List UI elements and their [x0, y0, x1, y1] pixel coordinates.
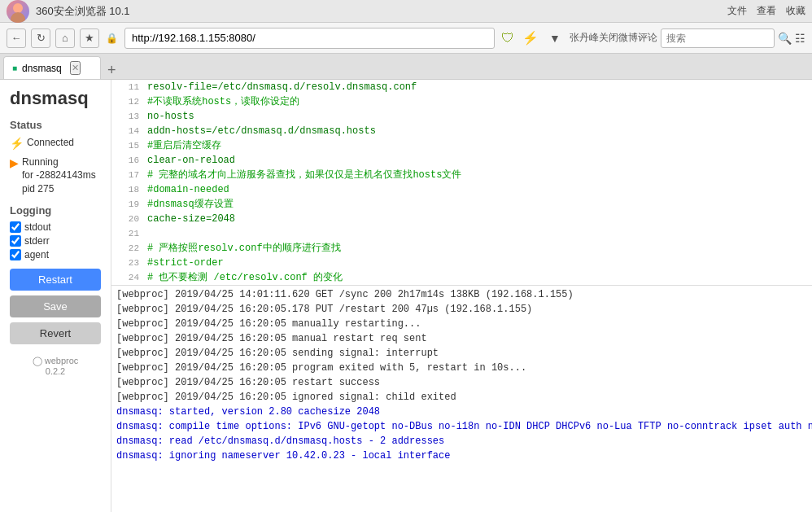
browser-toolbar: ← ↻ ⌂ ★ 🔒 🛡 ⚡ ▼ 张丹峰关闭微博评论 🔍 ☷ — [0, 23, 812, 54]
line-content: #dnsmasq缓存设置 — [147, 197, 234, 212]
log-line: [webproc] 2019/04/25 16:20:05 restart su… — [116, 375, 807, 390]
address-bar[interactable] — [124, 28, 495, 49]
app-title: dnsmasq — [10, 88, 101, 109]
line-content: cache-size=2048 — [147, 212, 235, 226]
search-input[interactable] — [661, 28, 775, 48]
config-line: 11resolv-file=/etc/dnsmasq.d/resolv.dnsm… — [111, 80, 812, 94]
line-content: #strict-order — [147, 256, 224, 270]
line-content: # 严格按照resolv.conf中的顺序进行查找 — [147, 241, 341, 256]
config-line: 17# 完整的域名才向上游服务器查找，如果仅仅是主机名仅查找hosts文件 — [111, 168, 812, 182]
main-content: dnsmasq Status ⚡ Connected ▶ Running for… — [0, 80, 812, 512]
menu-favorites[interactable]: 收藏 — [786, 4, 805, 18]
content-area: 11resolv-file=/etc/dnsmasq.d/resolv.dnsm… — [111, 80, 812, 512]
stdout-checkbox[interactable] — [10, 221, 21, 233]
lightning-icon: ⚡ — [522, 30, 539, 46]
logging-agent: agent — [10, 249, 101, 260]
home-button[interactable]: ⌂ — [55, 28, 75, 48]
revert-button[interactable]: Revert — [10, 322, 101, 344]
config-line: 22# 严格按照resolv.conf中的顺序进行查找 — [111, 241, 812, 256]
line-content: addn-hosts=/etc/dnsmasq.d/dnsmasq.hosts — [147, 124, 376, 138]
log-line: [webproc] 2019/04/25 16:20:05 sending si… — [116, 346, 807, 361]
search-icon[interactable]: 🔍 — [778, 32, 792, 45]
config-line: 20cache-size=2048 — [111, 212, 812, 226]
config-line: 14addn-hosts=/etc/dnsmasq.d/dnsmasq.host… — [111, 124, 812, 138]
line-number: 16 — [116, 153, 139, 168]
webproc-version: 0.2.2 — [10, 366, 101, 376]
line-content: #不读取系统hosts，读取你设定的 — [147, 94, 299, 109]
star-button[interactable]: ★ — [80, 28, 99, 48]
config-editor[interactable]: 11resolv-file=/etc/dnsmasq.d/resolv.dnsm… — [111, 80, 812, 286]
line-number: 20 — [116, 212, 139, 226]
line-number: 17 — [116, 168, 139, 182]
running-for-text: for -28824143ms — [22, 168, 96, 182]
sidebar: dnsmasq Status ⚡ Connected ▶ Running for… — [0, 80, 111, 512]
user-label: 张丹峰关闭微博评论 — [570, 31, 657, 45]
line-content: #重启后清空缓存 — [147, 138, 221, 153]
log-area: [webproc] 2019/04/25 14:01:11.620 GET /s… — [111, 286, 812, 512]
svg-point-1 — [11, 12, 25, 23]
line-content: no-hosts — [147, 109, 194, 124]
svg-point-0 — [13, 3, 23, 13]
log-line: [webproc] 2019/04/25 16:20:05 ignored si… — [116, 390, 807, 405]
line-number: 13 — [116, 109, 139, 124]
menu-file[interactable]: 文件 — [727, 4, 747, 18]
log-line: dnsmasq: compile time options: IPv6 GNU-… — [116, 419, 807, 434]
line-number: 23 — [116, 256, 139, 270]
line-content: # 完整的域名才向上游服务器查找，如果仅仅是主机名仅查找hosts文件 — [147, 168, 461, 182]
logging-label: Logging — [10, 204, 101, 217]
agent-checkbox[interactable] — [10, 249, 21, 260]
log-line: dnsmasq: read /etc/dnsmasq.d/dnsmasq.hos… — [116, 434, 807, 449]
running-details: Running for -28824143ms pid 275 — [22, 155, 96, 196]
line-content: # 也不要检测 /etc/resolv.conf 的变化 — [147, 270, 343, 285]
running-text: Running — [22, 155, 96, 169]
tab-label: dnsmasq — [22, 63, 62, 74]
config-line: 24# 也不要检测 /etc/resolv.conf 的变化 — [111, 270, 812, 285]
agent-label: agent — [24, 249, 49, 260]
line-number: 18 — [116, 182, 139, 197]
refresh-button[interactable]: ↻ — [31, 28, 50, 48]
webproc-label: webproc — [45, 356, 79, 365]
log-line: [webproc] 2019/04/25 14:01:11.620 GET /s… — [116, 287, 807, 302]
line-number: 19 — [116, 197, 139, 212]
connected-status: ⚡ Connected — [10, 136, 101, 152]
lock-icon: 🔒 — [106, 33, 118, 44]
status-label: Status — [10, 119, 101, 131]
line-number: 24 — [116, 270, 139, 285]
log-line: dnsmasq: ignoring nameserver 10.42.0.23 … — [116, 449, 807, 463]
browser-title: 360安全浏览器 10.1 — [36, 4, 130, 19]
save-button[interactable]: Save — [10, 295, 101, 317]
menu-view[interactable]: 查看 — [757, 4, 776, 18]
stderr-label: stderr — [24, 235, 50, 247]
tab-close-button[interactable]: ✕ — [70, 61, 81, 75]
config-line: 23#strict-order — [111, 256, 812, 270]
config-line: 21 — [111, 226, 812, 241]
logging-stderr: stderr — [10, 235, 101, 247]
line-number: 11 — [116, 80, 139, 94]
config-line: 12#不读取系统hosts，读取你设定的 — [111, 94, 812, 109]
running-status: ▶ Running for -28824143ms pid 275 — [10, 155, 101, 196]
line-number: 21 — [116, 226, 139, 241]
back-button[interactable]: ← — [7, 28, 26, 48]
line-number: 14 — [116, 124, 139, 138]
restart-button[interactable]: Restart — [10, 269, 101, 291]
config-line: 19#dnsmasq缓存设置 — [111, 197, 812, 212]
stderr-checkbox[interactable] — [10, 235, 21, 247]
webproc-icon: ◯ webproc — [10, 356, 101, 366]
log-line: [webproc] 2019/04/25 16:20:05 manually r… — [116, 317, 807, 331]
line-content: #domain-needed — [147, 182, 229, 197]
running-icon: ▶ — [10, 155, 19, 172]
config-line: 15#重启后清空缓存 — [111, 138, 812, 153]
shield-icon: 🛡 — [501, 31, 514, 46]
tab-dnsmasq[interactable]: ■ dnsmasq ✕ — [3, 56, 101, 79]
log-line: [webproc] 2019/04/25 16:20:05 program ex… — [116, 361, 807, 375]
line-content: clear-on-reload — [147, 153, 235, 168]
line-number: 15 — [116, 138, 139, 153]
tab-bar: ■ dnsmasq ✕ + — [0, 54, 812, 80]
new-tab-button[interactable]: + — [101, 62, 123, 79]
avatar — [7, 0, 29, 23]
titlebar-actions: 文件 查看 收藏 — [727, 4, 805, 18]
grid-icon[interactable]: ☷ — [795, 32, 805, 45]
dropdown-button[interactable]: ▼ — [545, 28, 565, 48]
log-line: dnsmasq: started, version 2.80 cachesize… — [116, 405, 807, 419]
log-line: [webproc] 2019/04/25 16:20:05 manual res… — [116, 331, 807, 346]
